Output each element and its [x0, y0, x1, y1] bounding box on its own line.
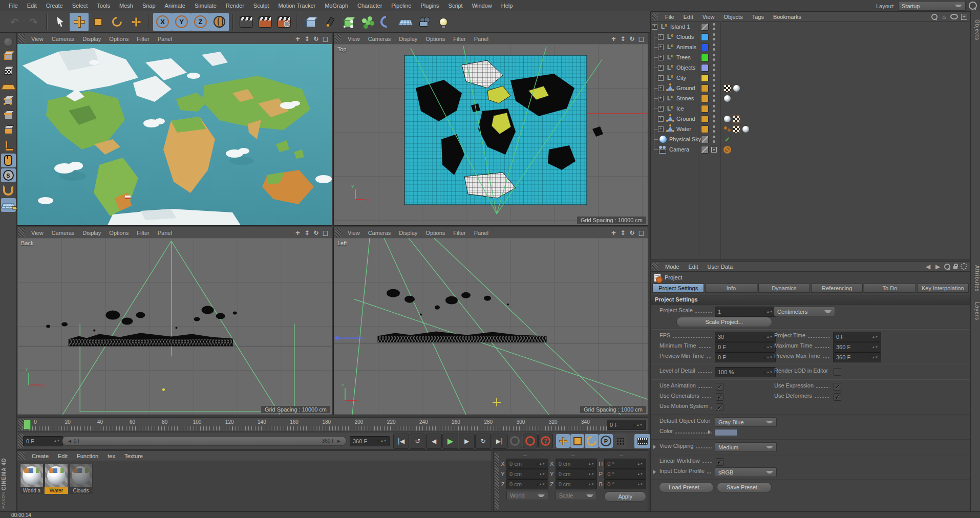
frame-start-spinner[interactable]: 0 F▲▼: [23, 436, 63, 446]
stepper-icon[interactable]: ▲▼: [634, 424, 643, 426]
preview-range-slider[interactable]: ◄ 0 F 360 F ►: [62, 436, 347, 446]
object-row-island-1[interactable]: +L0Island 1: [651, 21, 970, 32]
preview-max-time-input[interactable]: 360 F▲▼: [833, 352, 881, 362]
load-preset-button[interactable]: Load Preset...: [659, 482, 714, 492]
save-preset-button[interactable]: Save Preset...: [717, 482, 772, 492]
object-row-camera[interactable]: Camera: [651, 144, 970, 155]
dolly-icon[interactable]: ↕: [303, 229, 311, 236]
scale-project-button[interactable]: Scale Project...: [676, 317, 772, 327]
coordinate-input[interactable]: 0 cm▲▼: [556, 459, 598, 469]
coordinate-input[interactable]: 0 °▲▼: [604, 459, 646, 469]
menu-render[interactable]: Render: [221, 3, 249, 9]
menu-script[interactable]: Script: [444, 3, 467, 9]
project-scale-unit-select[interactable]: Centimeters: [774, 307, 835, 316]
move-button[interactable]: [70, 13, 89, 31]
visibility-dots[interactable]: [713, 115, 716, 122]
view-clipping-select[interactable]: Medium: [715, 442, 777, 452]
layer-color-swatch[interactable]: [701, 23, 709, 31]
layer-color-swatch[interactable]: [701, 33, 709, 41]
menu-simulate[interactable]: Simulate: [190, 3, 221, 9]
points-mode-button[interactable]: [1, 94, 16, 108]
noentry-tag[interactable]: [723, 146, 731, 154]
tab-key-interpolation[interactable]: Key Interpolation: [917, 284, 969, 293]
primitive-cube-button[interactable]: [301, 13, 320, 31]
color-swatch[interactable]: [715, 429, 737, 436]
render-view-button[interactable]: [237, 13, 255, 31]
menu-tags[interactable]: Tags: [748, 14, 769, 20]
goto-start-button[interactable]: |◀: [393, 434, 409, 449]
search-icon[interactable]: [969, 2, 977, 10]
visibility-dots[interactable]: [713, 33, 716, 40]
layer-color-swatch[interactable]: [701, 125, 709, 133]
preview-min-time-input[interactable]: 0 F▲▼: [715, 352, 776, 362]
coord-system-button[interactable]: [210, 13, 229, 31]
stepper-icon[interactable]: ▲▼: [378, 440, 387, 442]
visibility-dots[interactable]: [713, 84, 716, 92]
menu-cameras[interactable]: Cameras: [364, 230, 395, 236]
play-backwards-button[interactable]: ↺: [410, 434, 425, 449]
menu-file[interactable]: File: [4, 3, 23, 9]
forward-icon[interactable]: ▶: [934, 263, 941, 270]
panel-grip[interactable]: [18, 228, 25, 237]
viewport-canvas-top[interactable]: Y X Top Grid Spacing : 10000 cm: [334, 44, 648, 225]
menu-mesh[interactable]: Mesh: [115, 3, 138, 9]
next-frame-button[interactable]: ▶: [459, 434, 475, 449]
coordinate-input[interactable]: 0 cm▲▼: [506, 459, 548, 469]
autokeying-button[interactable]: [523, 434, 538, 448]
material-tag[interactable]: [742, 125, 750, 133]
menu-character[interactable]: Character: [353, 3, 387, 9]
expand-icon[interactable]: +: [658, 85, 664, 91]
mouse-mode-button[interactable]: [1, 154, 16, 167]
coordinate-system-select[interactable]: World: [506, 491, 548, 500]
uvw-tag[interactable]: [733, 125, 740, 133]
pan-icon[interactable]: +: [294, 35, 302, 42]
menu-view[interactable]: View: [698, 14, 719, 20]
rotate-icon[interactable]: ↻: [628, 35, 636, 42]
stepper-icon[interactable]: ▲▼: [870, 356, 878, 359]
key-rotation-button[interactable]: [585, 434, 599, 448]
last-tool-button[interactable]: [126, 13, 145, 31]
panel-grip[interactable]: [335, 34, 341, 43]
menu-window[interactable]: Window: [467, 3, 497, 9]
home-icon[interactable]: ⌂: [941, 13, 947, 20]
coordinate-input[interactable]: 0 cm▲▼: [556, 469, 598, 479]
coordinate-input[interactable]: 0 °▲▼: [604, 479, 646, 489]
dolly-icon[interactable]: ↕: [619, 35, 627, 42]
key-parameter-button[interactable]: P: [599, 434, 613, 448]
menu-panel[interactable]: Panel: [154, 36, 176, 42]
add-icon[interactable]: +: [961, 14, 967, 20]
key-point-level-button[interactable]: [613, 434, 627, 448]
level-of-detail-input[interactable]: 100 %▲▼: [715, 367, 776, 377]
stepper-icon[interactable]: ▲▼: [586, 463, 594, 465]
active-camera-icon[interactable]: [711, 147, 717, 153]
check-tag[interactable]: ✓: [723, 136, 731, 143]
eye-icon[interactable]: [950, 14, 958, 19]
visibility-dots[interactable]: [713, 54, 716, 61]
menu-mode[interactable]: Mode: [661, 264, 684, 270]
layout-select[interactable]: Startup: [898, 1, 966, 11]
expand-icon[interactable]: +: [658, 116, 664, 122]
menu-animate[interactable]: Animate: [160, 3, 190, 9]
dolly-icon[interactable]: ↕: [619, 229, 627, 236]
coordinate-input[interactable]: 0 cm▲▼: [506, 479, 548, 489]
menu-edit[interactable]: Edit: [684, 264, 703, 270]
panel-grip[interactable]: [335, 228, 341, 237]
search-icon[interactable]: [931, 14, 938, 20]
panel-grip[interactable]: [495, 453, 499, 509]
maximize-icon[interactable]: □: [322, 229, 329, 236]
stepper-icon[interactable]: ▲▼: [870, 336, 878, 338]
menu-panel[interactable]: Panel: [470, 36, 493, 42]
panel-grip[interactable]: [652, 263, 658, 270]
menu-filter[interactable]: Filter: [133, 230, 153, 236]
material-tag[interactable]: [733, 84, 740, 92]
floor-button[interactable]: [396, 13, 415, 31]
viewport-canvas-perspective[interactable]: [17, 44, 332, 225]
layer-color-swatch[interactable]: [701, 84, 709, 92]
menu-user-data[interactable]: User Data: [703, 264, 738, 270]
menu-cameras[interactable]: Cameras: [48, 36, 79, 42]
panel-grip[interactable]: [18, 34, 25, 43]
coordinate-input[interactable]: 0 cm▲▼: [556, 479, 598, 489]
checkbox[interactable]: ✓: [716, 383, 723, 391]
menu-objects[interactable]: Objects: [719, 14, 747, 20]
visibility-dots[interactable]: [713, 105, 716, 112]
